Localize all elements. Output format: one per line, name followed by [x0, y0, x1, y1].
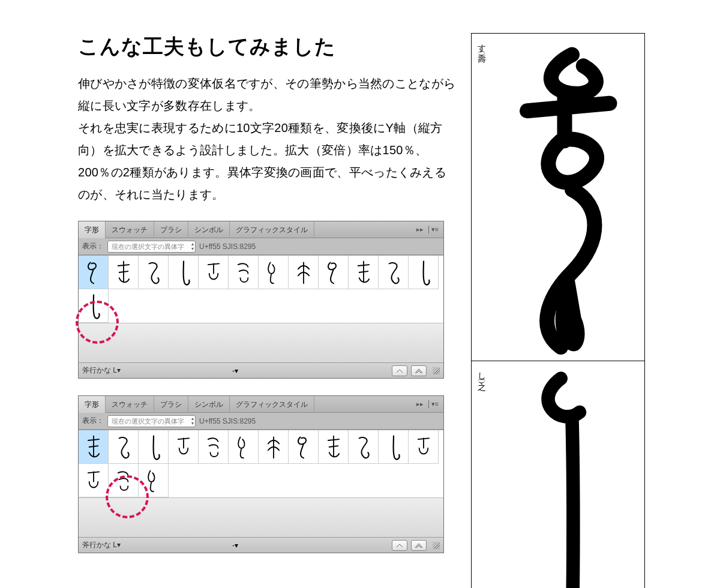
panel-tab[interactable]: シンボル [188, 221, 230, 238]
glyph-grid [79, 430, 443, 537]
panel-tab[interactable]: スウォッチ [106, 396, 154, 413]
resize-grip-icon[interactable] [433, 542, 440, 549]
glyph-cell[interactable] [229, 430, 259, 464]
glyph-cell[interactable] [379, 256, 409, 289]
body-text: 伸びやかさが特徴の変体仮名ですが、その筆勢から当然のことながら縦に長い文字が多数… [78, 73, 456, 206]
glyph-cell[interactable] [139, 256, 169, 289]
zoom-out-button[interactable] [392, 365, 407, 376]
sample-label: し（之） [476, 366, 487, 588]
panel-tab[interactable]: 字形 [79, 396, 106, 413]
unicode-info: U+ff55 SJIS:8295 [199, 417, 256, 425]
glyph-cell[interactable] [79, 464, 109, 497]
show-select[interactable]: 現在の選択文字の異体字▴▾ [107, 241, 196, 253]
glyph-cell[interactable] [79, 430, 109, 464]
glyph-cell[interactable] [349, 256, 379, 289]
glyph-cell[interactable] [169, 256, 199, 289]
sample-label: す（壽） [476, 38, 487, 356]
panel-tab[interactable]: スウォッチ [106, 221, 154, 238]
glyph-sample: し（之） [471, 361, 645, 588]
glyph-cell[interactable] [259, 430, 289, 464]
page-heading: こんな工夫もしてみました [78, 33, 456, 61]
panel-tab[interactable]: シンボル [188, 396, 230, 413]
panel-tabs: 字形スウォッチブラシシンボルグラフィックスタイル ▸▸ │▾≡ [79, 221, 443, 238]
zoom-out-button[interactable] [392, 540, 407, 551]
glyph-cell[interactable] [199, 256, 229, 289]
unicode-info: U+ff55 SJIS:8295 [199, 242, 256, 251]
glyph-cell[interactable] [139, 430, 169, 464]
panel-tab[interactable]: グラフィックスタイル [230, 221, 314, 238]
fast-forward-icon[interactable]: ▸▸ [416, 226, 424, 233]
show-label: 表示： [82, 241, 104, 251]
panel-options-row: 表示： 現在の選択文字の異体字▴▾ U+ff55 SJIS:8295 [79, 413, 443, 430]
panel-footer: 斧行かな L▾ -▾ [79, 362, 443, 378]
sample-glyph [490, 366, 640, 588]
sample-glyph [490, 38, 640, 356]
glyph-panel: 字形スウォッチブラシシンボルグラフィックスタイル ▸▸ │▾≡ 表示： 現在の選… [78, 395, 444, 553]
show-select[interactable]: 現在の選択文字の異体字▴▾ [107, 415, 196, 427]
glyph-cell[interactable] [139, 464, 169, 497]
glyph-cell[interactable] [259, 256, 289, 289]
style-select[interactable]: -▾ [232, 541, 238, 550]
panel-menu-icon[interactable]: │▾≡ [427, 400, 439, 408]
fast-forward-icon[interactable]: ▸▸ [416, 400, 424, 408]
glyph-cell[interactable] [229, 256, 259, 289]
glyph-cell[interactable] [289, 430, 319, 464]
panel-footer: 斧行かな L▾ -▾ [79, 537, 443, 553]
panel-tab[interactable]: ブラシ [154, 221, 188, 238]
panel-options-row: 表示： 現在の選択文字の異体字▴▾ U+ff55 SJIS:8295 [79, 238, 443, 255]
glyph-sample: す（壽） [471, 33, 645, 361]
glyph-cell[interactable] [169, 430, 199, 464]
glyph-cell[interactable] [349, 430, 379, 464]
panel-tab[interactable]: 字形 [79, 221, 106, 238]
glyph-cell[interactable] [319, 256, 349, 289]
glyph-grid [79, 255, 443, 362]
font-select[interactable]: 斧行かな L▾ [82, 540, 229, 550]
glyph-cell[interactable] [409, 430, 439, 464]
style-select[interactable]: -▾ [232, 367, 238, 375]
glyph-cell[interactable] [409, 256, 439, 289]
glyph-cell[interactable] [79, 256, 109, 289]
glyph-cell[interactable] [199, 430, 229, 464]
glyph-panel: 字形スウォッチブラシシンボルグラフィックスタイル ▸▸ │▾≡ 表示： 現在の選… [78, 221, 444, 379]
glyph-cell[interactable] [109, 464, 139, 497]
panel-tab[interactable]: ブラシ [154, 396, 188, 413]
glyph-cell[interactable] [379, 430, 409, 464]
panel-menu-icon[interactable]: │▾≡ [427, 226, 439, 233]
zoom-in-button[interactable] [411, 365, 427, 376]
glyph-cell[interactable] [109, 430, 139, 464]
font-select[interactable]: 斧行かな L▾ [82, 365, 229, 376]
glyph-cell[interactable] [109, 256, 139, 289]
zoom-in-button[interactable] [411, 540, 427, 551]
show-label: 表示： [82, 416, 104, 426]
resize-grip-icon[interactable] [433, 367, 440, 374]
glyph-cell[interactable] [79, 289, 109, 323]
panel-tab[interactable]: グラフィックスタイル [230, 396, 314, 413]
glyph-cell[interactable] [289, 256, 319, 289]
glyph-cell[interactable] [319, 430, 349, 464]
panel-tabs: 字形スウォッチブラシシンボルグラフィックスタイル ▸▸ │▾≡ [79, 396, 443, 413]
